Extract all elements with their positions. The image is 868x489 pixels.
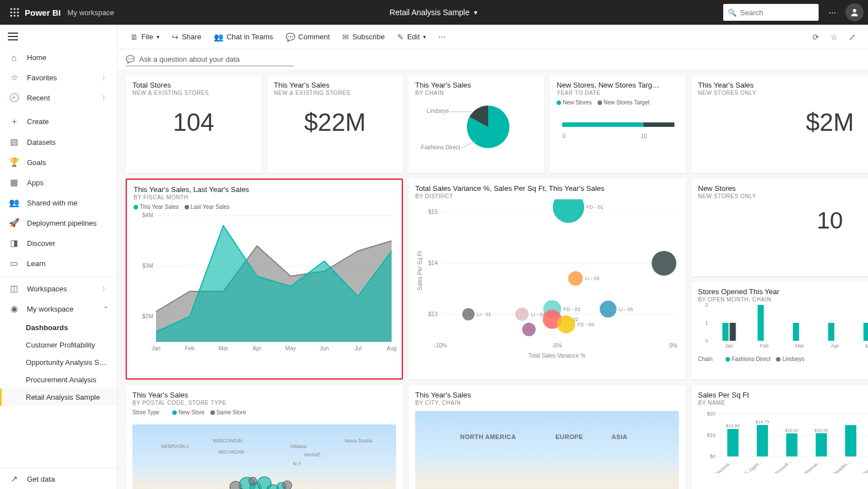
tile-ty-sales-22m[interactable]: This Year's Sales NEW & EXISTING STORES … xyxy=(267,75,403,173)
subnav-procurement-analysis[interactable]: Procurement Analysis xyxy=(0,371,117,389)
svg-point-49 xyxy=(568,271,583,286)
cmd-file[interactable]: 🗎File▾ xyxy=(126,29,164,45)
svg-text:Mar: Mar xyxy=(218,345,228,351)
cmd-share[interactable]: ↪Share xyxy=(167,29,206,45)
svg-rect-70 xyxy=(729,323,736,341)
qna-input[interactable]: 💬 Ask a question about your data xyxy=(126,55,294,66)
nav-get-data[interactable]: ↗Get data xyxy=(0,468,117,489)
chevron-up-icon: ⌃ xyxy=(103,305,108,313)
nav-home[interactable]: ⌂Home xyxy=(0,48,117,67)
area-chart: $2M$3M$4MJanFebMarAprMayJunJulAug xyxy=(134,210,397,356)
main-region: 🗎File▾ ↪Share 👥Chat in Teams 💬Comment ✉S… xyxy=(118,25,868,489)
star-icon: ☆ xyxy=(830,33,838,42)
subnav-opportunity-analysis[interactable]: Opportunity Analysis Sample xyxy=(0,354,117,371)
nav-apps[interactable]: ▦Apps xyxy=(0,172,117,193)
cmd-more[interactable]: ⋯ xyxy=(434,29,451,45)
trophy-icon: 🏆 xyxy=(9,157,19,167)
svg-point-103 xyxy=(249,477,256,485)
nav-recent[interactable]: 🕘Recent〉 xyxy=(0,88,117,108)
svg-line-17 xyxy=(461,141,476,148)
svg-rect-12 xyxy=(8,39,18,40)
person-icon: ◉ xyxy=(9,304,19,314)
avatar[interactable] xyxy=(846,3,864,21)
cmd-subscribe[interactable]: ✉Subscribe xyxy=(338,29,389,45)
subnav-dashboards[interactable]: Dashboards xyxy=(0,319,117,336)
more-icon[interactable]: ⋯ xyxy=(823,3,841,21)
tile-stores-target[interactable]: New Stores, New Stores Targ… YEAR TO DAT… xyxy=(550,75,686,173)
collapse-nav-button[interactable] xyxy=(0,27,117,48)
nav-discover[interactable]: ◨Discover xyxy=(0,233,117,253)
svg-text:0%: 0% xyxy=(669,342,678,349)
tile-new-stores[interactable]: New Stores NEW STORES ONLY 10 xyxy=(691,179,868,276)
cmd-refresh[interactable]: ⟳ xyxy=(808,29,824,45)
svg-text:Nova Scotia: Nova Scotia xyxy=(345,438,373,444)
nav-create[interactable]: ＋Create xyxy=(0,111,117,132)
nav-goals[interactable]: 🏆Goals xyxy=(0,152,117,172)
apps-icon: ▦ xyxy=(9,177,19,188)
nav-my-workspace[interactable]: ◉My workspace⌃ xyxy=(0,299,117,319)
tile-sales-by-postal[interactable]: This Year's Sales BY POSTAL CODE, STORE … xyxy=(126,385,403,489)
svg-text:FD - 03: FD - 03 xyxy=(563,307,580,312)
svg-text:Ft. Oglet…: Ft. Oglet… xyxy=(743,459,763,473)
svg-text:Mar: Mar xyxy=(795,343,804,349)
tile-sales-by-chain[interactable]: This Year's Sales BY CHAIN Lindseys Fash… xyxy=(408,75,544,173)
cmd-comment[interactable]: 💬Comment xyxy=(281,29,334,45)
clock-icon: 🕘 xyxy=(9,93,19,103)
plus-icon: ＋ xyxy=(9,116,19,127)
report-title-dropdown[interactable]: Retail Analysis Sample ▼ xyxy=(389,8,478,17)
svg-point-55 xyxy=(462,308,475,321)
tile-variance-bubble[interactable]: Total Sales Variance %, Sales Per Sq Ft,… xyxy=(408,179,686,380)
nav-favorites[interactable]: ☆Favorites〉 xyxy=(0,67,117,88)
svg-text:Fashions Direct: Fashions Direct xyxy=(421,144,461,150)
workspace-icon: ◫ xyxy=(9,284,19,294)
tile-sales-by-month[interactable]: This Year's Sales, Last Year's Sales BY … xyxy=(126,179,403,380)
tile-sales-by-city[interactable]: This Year's Sales BY CITY, CHAIN NORTH A… xyxy=(408,385,686,489)
svg-text:$13: $13 xyxy=(428,311,438,317)
search-field[interactable] xyxy=(740,8,814,17)
chevron-right-icon: 〉 xyxy=(102,285,108,293)
svg-point-61 xyxy=(557,316,575,333)
qna-placeholder: Ask a question about your data xyxy=(139,55,240,63)
tile-sales-per-sqft[interactable]: Sales Per Sq Ft BY NAME $0$10$20$12.86Ci… xyxy=(691,385,868,489)
tile-total-stores[interactable]: Total Stores NEW & EXISTING STORES 104 xyxy=(126,75,261,173)
svg-point-4 xyxy=(13,11,15,13)
nav-shared[interactable]: 👥Shared with me xyxy=(0,193,117,213)
svg-point-7 xyxy=(13,15,15,16)
svg-point-1 xyxy=(13,8,15,10)
svg-point-45 xyxy=(553,199,584,223)
tile-ty-sales-2m[interactable]: This Year's Sales NEW STORES ONLY $2M xyxy=(691,75,868,173)
cmd-fullscreen[interactable]: ⤢ xyxy=(844,29,860,45)
svg-point-8 xyxy=(17,15,19,16)
left-nav: ⌂Home ☆Favorites〉 🕘Recent〉 ＋Create ▤Data… xyxy=(0,25,118,489)
subnav-retail-analysis[interactable]: Retail Analysis Sample xyxy=(0,389,117,406)
cmd-edit[interactable]: ✎Edit▾ xyxy=(393,29,430,45)
svg-text:1: 1 xyxy=(705,320,708,326)
svg-text:$2M: $2M xyxy=(143,313,153,319)
svg-rect-110 xyxy=(727,429,738,456)
svg-text:$10.82: $10.82 xyxy=(785,428,799,433)
column-chart: 012JanFebMarAprMayJunJul xyxy=(698,303,868,351)
nav-datasets[interactable]: ▤Datasets xyxy=(0,132,117,152)
cmd-favorite[interactable]: ☆ xyxy=(826,29,842,45)
breadcrumb[interactable]: My workspace xyxy=(67,8,114,17)
subnav-customer-profitability[interactable]: Customer Profitability xyxy=(0,336,117,354)
nav-pipelines[interactable]: 🚀Deployment pipelines xyxy=(0,213,117,233)
bubble-chart: $13$14$15-10%-5%0%FD - 01FD - 02LI - 03F… xyxy=(415,199,679,362)
bullet-chart: 0 10 xyxy=(557,106,680,145)
app-launcher-icon[interactable] xyxy=(4,2,25,22)
svg-text:FD - 04: FD - 04 xyxy=(577,322,594,327)
search-input[interactable]: 🔍 xyxy=(723,4,819,21)
cmd-chat-teams[interactable]: 👥Chat in Teams xyxy=(209,29,278,45)
svg-text:$4M: $4M xyxy=(143,212,153,218)
map-visual: NEBRASKAWISCONSIN MICHIGANOttawa N.Y.MAI… xyxy=(132,424,396,489)
svg-text:0: 0 xyxy=(562,133,566,139)
svg-text:$0: $0 xyxy=(710,454,715,459)
svg-text:May: May xyxy=(865,343,868,349)
tile-stores-opened[interactable]: Stores Opened This Year BY OPEN MONTH, C… xyxy=(691,282,868,380)
svg-text:Total Sales Variance %: Total Sales Variance % xyxy=(528,353,585,359)
nav-learn[interactable]: ▭Learn xyxy=(0,253,117,273)
nav-workspaces[interactable]: ◫Workspaces〉 xyxy=(0,278,117,299)
svg-point-3 xyxy=(10,11,12,13)
svg-text:$20: $20 xyxy=(707,411,715,417)
svg-text:$3M: $3M xyxy=(143,263,153,269)
